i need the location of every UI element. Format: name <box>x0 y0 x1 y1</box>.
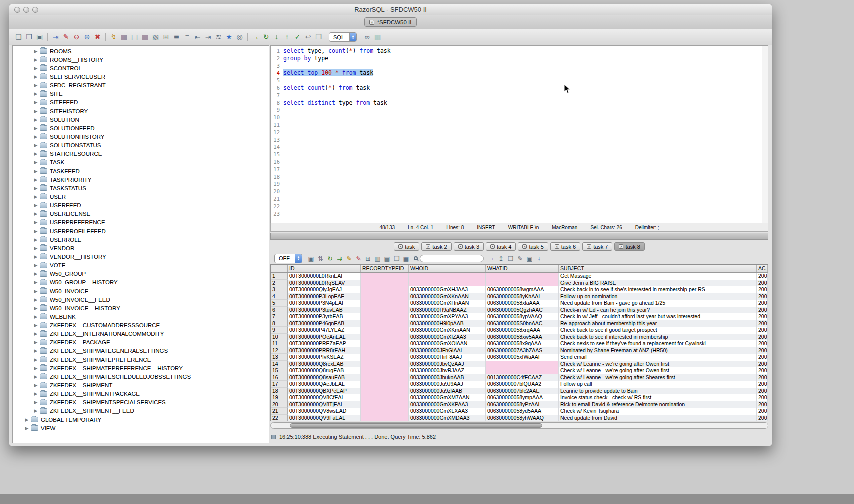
code-lines[interactable]: select type, count(*) from taskgroup by … <box>284 48 391 218</box>
grid-row[interactable]: 100T3000000L0RknEAFGet Massage200 <box>271 273 768 280</box>
row-number-cell[interactable]: 1 <box>271 273 288 280</box>
grid-cell[interactable]: Check w/ Leanne - we're going after Owen… <box>559 368 757 374</box>
disclosure-triangle-icon[interactable]: ▶ <box>33 178 39 182</box>
tree-item[interactable]: ▶ROOMS__HISTORY <box>13 56 269 64</box>
code-text[interactable] <box>284 188 287 195</box>
row-number-cell[interactable]: 10 <box>271 334 288 341</box>
next-statement-icon[interactable]: ↓ <box>272 32 282 42</box>
disclosure-triangle-icon[interactable]: ▶ <box>33 134 39 140</box>
code-line[interactable] <box>284 151 391 158</box>
grid-cell[interactable]: 200 <box>757 381 768 388</box>
grid-cell[interactable]: 00630000005S0bnAAC <box>486 320 559 328</box>
code-line[interactable] <box>284 92 391 100</box>
delete-object-icon[interactable]: ✖ <box>92 32 103 42</box>
search-table-icon[interactable]: ◎ <box>234 32 245 42</box>
grid-cell[interactable]: 200 <box>757 320 768 328</box>
code-line[interactable] <box>284 106 391 114</box>
code-text[interactable] <box>284 196 287 202</box>
result-tab[interactable]: ✕task 5 <box>518 242 548 251</box>
table-tree[interactable]: ▶ROOMS▶ROOMS__HISTORY▶SCONTROL▶SELFSERVI… <box>12 46 270 444</box>
grid-row[interactable]: 500T3000000P3N4pEAF0033000000GmXHnAAN006… <box>271 300 768 307</box>
grid-cell[interactable] <box>361 314 409 320</box>
tree-item[interactable]: ▶SOLUTIONSTATUS <box>13 142 269 150</box>
editor-results-splitter[interactable] <box>270 233 768 240</box>
edit-results-icon[interactable]: ✎ <box>344 255 354 262</box>
grid-cell[interactable]: Check w/ Kevin Tsujihara <box>559 408 757 415</box>
result-tab[interactable]: ✕task <box>394 242 420 251</box>
grid-cell[interactable]: 200 <box>757 307 768 314</box>
generate-sql-icon[interactable]: ▧ <box>150 32 161 42</box>
grid-cell[interactable]: Re-approach about membership this year <box>559 320 757 328</box>
code-text[interactable] <box>284 136 287 144</box>
tree-item[interactable]: ▶ZKFEDEX__PACKAGE <box>13 338 269 347</box>
sql-mode-select[interactable]: SQL ▲▼ <box>329 32 357 42</box>
code-text[interactable]: select count(*) from task <box>284 84 370 92</box>
disclosure-triangle-icon[interactable]: ▶ <box>33 203 39 208</box>
code-text[interactable] <box>284 122 287 128</box>
grid-cell[interactable]: 200 <box>757 340 768 348</box>
grid-row[interactable]: 300T3000000QiyJgEAJ0033000000GmXHJAA3006… <box>271 286 768 294</box>
disclosure-triangle-icon[interactable]: ▶ <box>33 160 39 165</box>
code-line[interactable] <box>284 122 391 129</box>
grid-cell[interactable]: Rick to email David & reference Delmonte… <box>559 402 757 408</box>
tree-item[interactable]: ▶ZKFEDEX__SHIPMATEGENERALSETTINGS <box>13 347 269 356</box>
shift-left-icon[interactable]: ⇤ <box>192 32 203 42</box>
view-contents-icon[interactable]: ▥ <box>140 32 150 42</box>
grid-cell[interactable]: 200 <box>757 368 768 374</box>
zoom-button[interactable] <box>32 7 38 13</box>
row-number-cell[interactable]: 18 <box>271 388 288 395</box>
grid-cell[interactable]: 200 <box>757 327 768 334</box>
grid-cell[interactable]: 0033000000H9i0pAAB <box>409 320 486 328</box>
remove-data-icon[interactable]: ⊖ <box>72 32 82 42</box>
transpose-icon[interactable]: ⇅ <box>316 255 326 262</box>
grid-cell[interactable] <box>361 374 409 382</box>
disclosure-triangle-icon[interactable]: ▶ <box>33 194 39 200</box>
grid-row[interactable]: 1000T3000000POeAnEAL0033000000GmXIZAA300… <box>271 334 768 341</box>
grid-cell[interactable]: 006300000058xrqAAA <box>486 327 559 334</box>
filter-icon[interactable]: ≋ <box>214 32 224 42</box>
tab-close-icon[interactable]: ✕ <box>522 244 527 249</box>
disclosure-triangle-icon[interactable]: ▶ <box>33 298 39 302</box>
row-number-cell[interactable]: 3 <box>271 286 288 294</box>
highlight-icon[interactable]: ✎ <box>354 255 364 262</box>
scrollbar-thumb[interactable] <box>290 424 542 428</box>
grid-cell[interactable]: Check-in w/ Jeff - couldn't afford last … <box>559 314 757 320</box>
grid-cell[interactable]: 006300000058yPzAAI <box>486 402 559 408</box>
code-line[interactable]: select type, count(*) from task <box>284 48 391 55</box>
grid-cell[interactable]: 0033000000JbukoAAB <box>409 374 486 382</box>
grid-cell[interactable]: Send email <box>559 354 757 361</box>
disclosure-triangle-icon[interactable]: ▶ <box>33 118 39 122</box>
grid-cell[interactable]: 00T3000000P47LYEAZ <box>288 327 361 334</box>
disclosure-triangle-icon[interactable]: ▶ <box>33 49 39 54</box>
row-number-cell[interactable]: 20 <box>271 402 288 408</box>
code-line[interactable] <box>284 188 391 196</box>
grid-cell[interactable] <box>361 402 409 408</box>
tree-item[interactable]: ▶SITEFEED <box>13 98 269 107</box>
rerun-query-icon[interactable]: ⇉ <box>335 255 344 262</box>
code-line[interactable] <box>284 196 391 203</box>
tree-item[interactable]: ▶USERPREFERENCE <box>13 218 269 227</box>
disclosure-triangle-icon[interactable]: ▶ <box>33 186 39 191</box>
code-line[interactable] <box>284 144 391 151</box>
tree-item[interactable]: ▶VOTE <box>13 262 269 270</box>
grid-row[interactable]: 700T3000000P3yrbEAB0033000000GmXPYAA3006… <box>271 314 768 320</box>
grid-cell[interactable]: 200 <box>757 394 768 402</box>
sql-editor[interactable]: 1234567891011121314151617181920212223 se… <box>270 46 768 224</box>
disclosure-triangle-icon[interactable]: ▶ <box>33 83 39 88</box>
grid-row[interactable]: 2000T3000000QV8TjEAL0033000000GmXKPAA300… <box>271 402 768 408</box>
limit-dropdown[interactable]: OFF ▲▼ <box>274 254 302 264</box>
grid-cell[interactable]: 0033000000Ju9zlAAB <box>409 388 486 395</box>
row-number-cell[interactable]: 5 <box>271 300 288 307</box>
code-text[interactable] <box>284 158 287 166</box>
grid-cell[interactable] <box>361 415 409 422</box>
disclosure-triangle-icon[interactable]: ▶ <box>33 314 39 320</box>
grid-row[interactable]: 1500T3000000Q8rugEAB0033000000JbvRJAAZCh… <box>271 368 768 374</box>
tab-close-icon[interactable]: ✕ <box>490 244 495 249</box>
tree-item[interactable]: ▶ZKFEDEX__SHIPMATEPREFERENCE <box>13 356 269 364</box>
disclosure-triangle-icon[interactable]: ▶ <box>33 383 39 388</box>
grid-cell[interactable]: 006300000058ympAAA <box>486 394 559 402</box>
grid-cell[interactable]: 00T3000000L0RqSEAV <box>288 280 361 287</box>
grid-cell[interactable]: 200 <box>757 280 768 287</box>
new-document-icon[interactable]: ❏ <box>14 32 24 42</box>
grid-cell[interactable]: 0033000000GmXPYAA3 <box>409 314 486 320</box>
